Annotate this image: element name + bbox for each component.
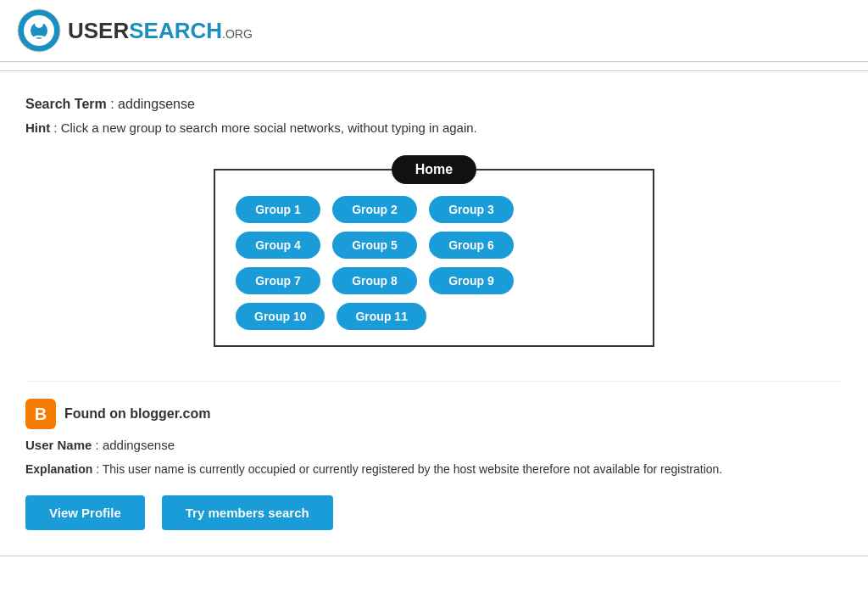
group-button-5[interactable]: Group 5 <box>332 232 417 259</box>
hint-separator: : <box>53 120 60 135</box>
username-line: User Name : addingsense <box>25 438 843 452</box>
hint-text: Click a new group to search more social … <box>61 120 477 135</box>
groups-row-1: Group 1 Group 2 Group 3 <box>236 196 632 223</box>
username-label: User Name <box>25 438 92 452</box>
search-term-label: Search Term <box>25 97 107 111</box>
search-term-separator: : <box>110 97 118 111</box>
explanation-text: This user name is currently occupied or … <box>103 462 722 476</box>
footer-divider <box>0 556 868 556</box>
logo-icon <box>17 8 61 53</box>
groups-box: Group 1 Group 2 Group 3 Group 4 Group 5 … <box>214 169 654 347</box>
logo: USERSEARCH.ORG <box>17 8 253 53</box>
hint-line: Hint : Click a new group to search more … <box>25 120 843 135</box>
found-text: Found on blogger.com <box>64 406 210 422</box>
blogger-icon: B <box>25 399 56 429</box>
found-header: B Found on blogger.com <box>25 399 843 429</box>
view-profile-button[interactable]: View Profile <box>25 495 145 530</box>
home-btn-wrapper: Home <box>392 155 476 184</box>
members-search-button[interactable]: Try members search <box>162 495 333 530</box>
explanation-label: Explanation <box>25 462 92 476</box>
group-button-6[interactable]: Group 6 <box>429 232 514 259</box>
groups-grid: Group 1 Group 2 Group 3 Group 4 Group 5 … <box>236 196 632 330</box>
result-section: B Found on blogger.com User Name : addin… <box>25 381 843 530</box>
group-button-2[interactable]: Group 2 <box>332 196 417 223</box>
logo-text: USERSEARCH.ORG <box>68 18 253 44</box>
explanation-separator: : <box>96 462 103 476</box>
header: USERSEARCH.ORG <box>0 0 868 62</box>
username-value: addingsense <box>103 438 175 452</box>
group-button-1[interactable]: Group 1 <box>236 196 320 223</box>
groups-row-3: Group 7 Group 8 Group 9 <box>236 267 632 294</box>
main-content: Search Term : addingsense Hint : Click a… <box>0 80 868 547</box>
group-button-4[interactable]: Group 4 <box>236 232 320 259</box>
group-button-11[interactable]: Group 11 <box>337 303 426 330</box>
groups-row-4: Group 10 Group 11 <box>236 303 632 330</box>
groups-area: Home Group 1 Group 2 Group 3 Group 4 Gro… <box>25 155 843 347</box>
username-separator: : <box>96 438 103 452</box>
group-button-7[interactable]: Group 7 <box>236 267 320 294</box>
home-button[interactable]: Home <box>392 155 476 184</box>
group-button-10[interactable]: Group 10 <box>236 303 325 330</box>
search-term-value: addingsense <box>118 97 195 111</box>
action-buttons: View Profile Try members search <box>25 495 843 530</box>
group-button-9[interactable]: Group 9 <box>429 267 514 294</box>
group-button-8[interactable]: Group 8 <box>332 267 417 294</box>
svg-point-3 <box>35 20 43 28</box>
group-button-3[interactable]: Group 3 <box>429 196 514 223</box>
groups-row-2: Group 4 Group 5 Group 6 <box>236 232 632 259</box>
search-term-line: Search Term : addingsense <box>25 97 843 112</box>
hint-label: Hint <box>25 120 50 135</box>
explanation-line: Explanation : This user name is currentl… <box>25 461 771 478</box>
header-divider <box>0 70 868 71</box>
